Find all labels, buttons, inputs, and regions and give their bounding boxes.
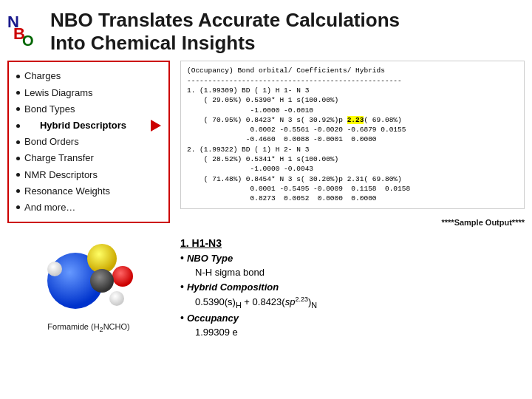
bullet-dot-1: •: [180, 252, 184, 264]
bullet-list-box: ChargesLewis DiagramsBond TypesHybrid De…: [7, 61, 170, 223]
bullet-item-hybrid-descriptors: Hybrid Descriptors: [16, 117, 161, 134]
left-panel: ChargesLewis DiagramsBond TypesHybrid De…: [7, 61, 170, 393]
bullet-label-hybrid-descriptors: Hybrid Descriptors: [40, 119, 126, 132]
molecule-label: Formamide (H2NCHO): [47, 322, 129, 333]
code-line-1: (Occupancy) Bond orbital/ Coefficients/ …: [187, 66, 518, 75]
svg-point-4: [109, 291, 124, 306]
bullet-dot-bond-types: [16, 107, 20, 111]
bullet-label-charge-transfer: Charge Transfer: [24, 151, 94, 165]
result-nbo-type: • NBO Type: [180, 252, 525, 264]
svg-point-2: [112, 266, 133, 287]
bullet-label-and-more: And more…: [24, 201, 75, 214]
bullet-label-charges: Charges: [24, 69, 61, 83]
bullet-dot-and-more: [16, 205, 20, 209]
bullet-dot-bond-orders: [16, 140, 20, 144]
bullet-dot-charge-transfer: [16, 157, 20, 160]
molecule-area: Formamide (H2NCHO): [7, 238, 170, 333]
bullet-label-resonance-weights: Resonance Weights: [24, 185, 110, 198]
code-output-box: (Occupancy) Bond orbital/ Coefficients/ …: [180, 61, 525, 208]
code-line-11: -1.0000 -0.0043: [187, 164, 518, 174]
bullet-item-bond-orders: Bond Orders: [16, 134, 161, 150]
bullet-item-resonance-weights: Resonance Weights: [16, 183, 161, 200]
arrow-right-icon: [151, 120, 161, 132]
code-line-10: ( 28.52%) 0.5341* H 1 s(100.00%): [187, 154, 518, 164]
bullet-dot-2: •: [180, 281, 184, 293]
code-line-2: ----------------------------------------…: [187, 76, 518, 86]
result-heading: 1. H1-N3: [180, 237, 525, 249]
sample-output-label: ****Sample Output****: [180, 218, 525, 227]
bullet-dot-3: •: [180, 312, 184, 324]
svg-point-5: [47, 262, 62, 276]
bullet-dot-hybrid-descriptors: [16, 124, 20, 128]
bullet-item-lewis-diagrams: Lewis Diagrams: [16, 85, 161, 101]
title-line1: NBO Translates Accurate Calculations: [50, 9, 400, 32]
code-line-12: ( 71.48%) 0.8454* N 3 s( 30.20%)p 2.31( …: [187, 174, 518, 184]
bullet-item-charge-transfer: Charge Transfer: [16, 150, 161, 166]
result-section: 1. H1-N3 • NBO Type N-H sigma bond • Hyb…: [180, 234, 525, 341]
bullet-dot-resonance-weights: [16, 189, 20, 193]
code-line-9: 2. (1.99322) BD ( 1) H 2- N 3: [187, 145, 518, 154]
bullet-label-nmr-descriptors: NMR Descriptors: [24, 168, 98, 182]
logo-o: O: [22, 33, 34, 48]
code-line-13: 0.0001 -0.5495 -0.0009 0.1158 0.0158: [187, 184, 518, 194]
title-line2: Into Chemical Insights: [50, 32, 400, 55]
bullet-dot-lewis-diagrams: [16, 91, 20, 95]
code-line-5: -1.0000 -0.0010: [187, 106, 518, 115]
nbo-type-value: N-H sigma bond: [195, 267, 525, 278]
highlight-value: 2.23: [347, 116, 364, 124]
bullet-label-bond-types: Bond Types: [24, 103, 75, 116]
page-title: NBO Translates Accurate Calculations Int…: [50, 9, 400, 55]
page-header: N B O NBO Translates Accurate Calculatio…: [0, 0, 532, 61]
bullet-dot-charges: [16, 75, 20, 78]
code-line-6: ( 70.95%) 0.8423* N 3 s( 30.92%)p 2.23( …: [187, 115, 518, 125]
hybrid-label: Hybrid Composition: [187, 282, 279, 293]
code-line-4: ( 29.05%) 0.5390* H 1 s(100.00%): [187, 95, 518, 105]
code-line-3: 1. (1.99309) BD ( 1) H 1- N 3: [187, 86, 518, 95]
hybrid-value: 0.5390(s)H + 0.8423(sp2.23)N: [195, 296, 525, 310]
result-hybrid: • Hybrid Composition: [180, 281, 525, 293]
code-line-7: 0.0002 -0.5561 -0.0020 -0.6879 0.0155: [187, 125, 518, 134]
nbo-type-label: NBO Type: [187, 253, 233, 264]
code-line-8: -0.4660 0.0088 -0.0001 0.0000: [187, 134, 518, 144]
right-panel: (Occupancy) Bond orbital/ Coefficients/ …: [180, 61, 525, 393]
bullet-label-lewis-diagrams: Lewis Diagrams: [24, 86, 92, 100]
bullet-label-bond-orders: Bond Orders: [24, 135, 79, 149]
bullet-item-and-more: And more…: [16, 200, 161, 216]
bullet-dot-nmr-descriptors: [16, 173, 20, 177]
bullet-item-nmr-descriptors: NMR Descriptors: [16, 167, 161, 183]
occupancy-value: 1.99309 e: [195, 327, 525, 338]
result-occupancy: • Occupancy: [180, 312, 525, 324]
main-content: ChargesLewis DiagramsBond TypesHybrid De…: [0, 61, 532, 399]
svg-point-3: [90, 269, 114, 293]
code-line-14: 0.8273 0.0052 0.0000 0.0000: [187, 194, 518, 203]
logo: N B O: [7, 14, 43, 50]
bullet-item-charges: Charges: [16, 68, 161, 84]
bullet-item-bond-types: Bond Types: [16, 101, 161, 117]
occupancy-label: Occupancy: [187, 313, 239, 324]
molecule-diagram: [37, 238, 140, 319]
